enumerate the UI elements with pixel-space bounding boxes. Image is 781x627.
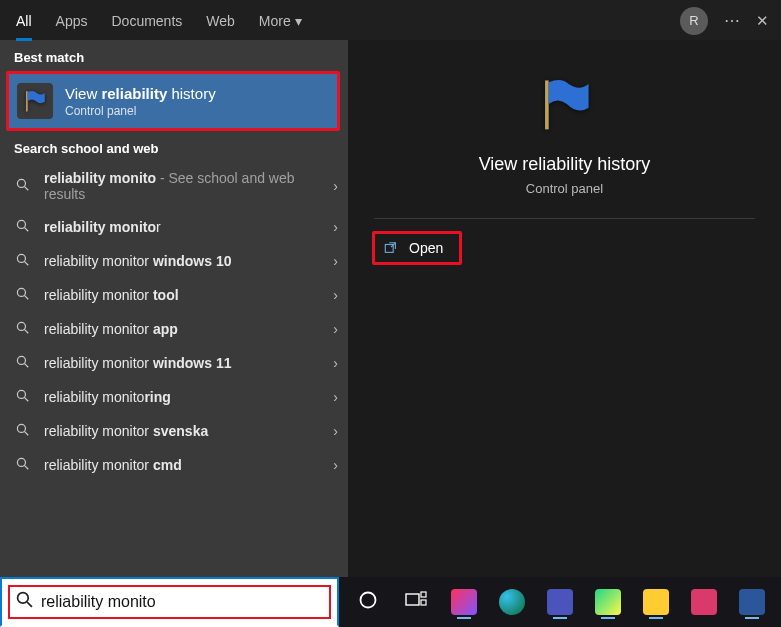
best-match-subtitle: Control panel (65, 104, 216, 118)
search-icon (14, 253, 32, 270)
snip-icon (691, 589, 717, 615)
search-icon (14, 321, 32, 338)
annotation-box-open: Open (372, 231, 462, 265)
annotation-box-best-match: View reliability history Control panel (6, 71, 340, 131)
detail-subtitle: Control panel (526, 181, 603, 196)
taskbar-app-pycharm[interactable] (587, 583, 629, 621)
search-icon (14, 287, 32, 304)
search-icon (14, 219, 32, 236)
word-icon (739, 589, 765, 615)
chevron-right-icon[interactable]: › (333, 178, 338, 194)
best-match-result[interactable]: View reliability history Control panel (9, 74, 337, 128)
svg-point-12 (17, 390, 25, 398)
pycharm-icon (595, 589, 621, 615)
edge-icon (499, 589, 525, 615)
chevron-right-icon[interactable]: › (333, 355, 338, 371)
search-icon (14, 423, 32, 440)
svg-point-0 (17, 179, 25, 187)
detail-panel: View reliability history Control panel O… (348, 40, 781, 577)
section-search-web: Search school and web (0, 131, 348, 162)
suggestion-label: reliability monitor tool (44, 287, 321, 303)
svg-line-20 (27, 602, 32, 607)
svg-line-15 (25, 431, 29, 435)
svg-line-7 (25, 295, 29, 299)
taskbar (339, 577, 781, 627)
chevron-right-icon[interactable]: › (333, 389, 338, 405)
taskbar-app-explorer[interactable] (635, 583, 677, 621)
svg-point-10 (17, 356, 25, 364)
web-suggestion[interactable]: reliability monitor windows 10› (0, 244, 348, 278)
teams-icon (547, 589, 573, 615)
taskbar-app-edge[interactable] (491, 583, 533, 621)
web-suggestion[interactable]: reliability monitoring› (0, 380, 348, 414)
tab-apps[interactable]: Apps (56, 1, 88, 41)
svg-rect-22 (406, 594, 419, 605)
close-button[interactable]: ✕ (756, 12, 769, 30)
suggestion-label: reliability monitor windows 11 (44, 355, 321, 371)
account-avatar[interactable]: R (680, 7, 708, 35)
task-view-icon (405, 591, 427, 613)
annotation-box-search (8, 585, 331, 619)
svg-rect-23 (421, 592, 426, 597)
svg-rect-24 (421, 600, 426, 605)
tab-more-label: More (259, 13, 291, 29)
chevron-right-icon[interactable]: › (333, 287, 338, 303)
suggestion-label: reliability monitor app (44, 321, 321, 337)
search-input[interactable] (41, 593, 323, 611)
open-action[interactable]: Open (375, 234, 459, 262)
more-options-button[interactable]: ⋯ (724, 11, 740, 30)
svg-point-2 (17, 220, 25, 228)
chevron-right-icon[interactable]: › (333, 219, 338, 235)
circle-icon (358, 590, 378, 614)
taskbar-taskview-button[interactable] (395, 583, 437, 621)
search-icon (14, 178, 32, 195)
chevron-right-icon[interactable]: › (333, 423, 338, 439)
svg-line-1 (25, 186, 29, 190)
search-box-container (0, 577, 339, 627)
tab-more[interactable]: More▾ (259, 1, 302, 41)
svg-line-5 (25, 261, 29, 265)
suggestion-label: reliability monitor svenska (44, 423, 321, 439)
folder-icon (643, 589, 669, 615)
taskbar-app-word[interactable] (731, 583, 773, 621)
web-suggestions-list: reliability monito - See school and web … (0, 162, 348, 490)
chevron-down-icon: ▾ (295, 1, 302, 41)
svg-point-14 (17, 424, 25, 432)
suggestion-label: reliability monito - See school and web … (44, 170, 321, 202)
search-filter-tabbar: All Apps Documents Web More▾ R ⋯ ✕ (0, 0, 781, 40)
svg-point-16 (17, 458, 25, 466)
chevron-right-icon[interactable]: › (333, 253, 338, 269)
svg-point-21 (361, 593, 376, 608)
section-best-match: Best match (0, 40, 348, 71)
taskbar-app-teams[interactable] (539, 583, 581, 621)
divider (374, 218, 755, 219)
tab-documents[interactable]: Documents (111, 1, 182, 41)
svg-line-17 (25, 465, 29, 469)
search-icon (14, 389, 32, 406)
web-suggestion[interactable]: reliability monitor tool› (0, 278, 348, 312)
search-icon (14, 457, 32, 474)
suggestion-label: reliability monitor cmd (44, 457, 321, 473)
open-label: Open (409, 240, 443, 256)
svg-line-13 (25, 397, 29, 401)
svg-line-3 (25, 227, 29, 231)
detail-title: View reliability history (479, 154, 651, 175)
web-suggestion[interactable]: reliability monitor cmd› (0, 448, 348, 482)
web-suggestion[interactable]: reliability monito - See school and web … (0, 162, 348, 210)
taskbar-app-snip[interactable] (683, 583, 725, 621)
svg-point-8 (17, 322, 25, 330)
web-suggestion[interactable]: reliability monitor› (0, 210, 348, 244)
open-external-icon (383, 240, 399, 256)
close-icon: ✕ (756, 12, 769, 29)
tab-all[interactable]: All (16, 1, 32, 41)
chevron-right-icon[interactable]: › (333, 457, 338, 473)
web-suggestion[interactable]: reliability monitor app› (0, 312, 348, 346)
tab-web[interactable]: Web (206, 1, 235, 41)
chevron-right-icon[interactable]: › (333, 321, 338, 337)
web-suggestion[interactable]: reliability monitor windows 11› (0, 346, 348, 380)
taskbar-app-intellij[interactable] (443, 583, 485, 621)
taskbar-cortana-button[interactable] (347, 583, 389, 621)
web-suggestion[interactable]: reliability monitor svenska› (0, 414, 348, 448)
suggestion-label: reliability monitoring (44, 389, 321, 405)
best-match-title: View reliability history (65, 85, 216, 102)
